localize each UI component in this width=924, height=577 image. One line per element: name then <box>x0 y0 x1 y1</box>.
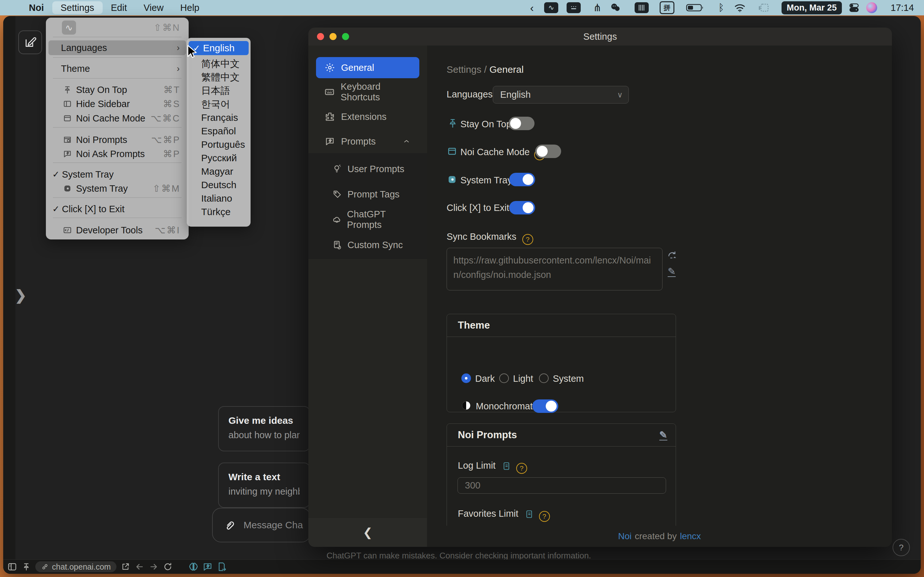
prompt-bubble-icon[interactable] <box>200 560 215 574</box>
submenu-item-hungarian[interactable]: Magyar <box>187 165 250 178</box>
browser-window-icon <box>62 114 73 123</box>
submenu-item-korean[interactable]: 한국어 <box>187 97 250 111</box>
suggestion-card[interactable]: Write a text inviting my neighbo <box>218 463 310 508</box>
menu-item-noi-prompts[interactable]: Noi Prompts ⌥⌘P <box>48 133 186 146</box>
sidebar-item-label: User Prompts <box>347 164 404 174</box>
click-x-toggle[interactable] <box>509 201 535 214</box>
theme-dark-radio[interactable] <box>461 374 471 383</box>
sync-bookmarks-input[interactable] <box>447 248 662 290</box>
stay-on-top-toggle[interactable] <box>509 117 535 130</box>
wifi-icon[interactable] <box>733 0 746 15</box>
submenu-item-turkish[interactable]: Türkçe <box>187 205 250 219</box>
submenu-item-italian[interactable]: Italiano <box>187 192 250 205</box>
log-limit-input[interactable] <box>457 477 666 494</box>
question-icon[interactable]: ? <box>522 234 533 245</box>
sidebar-item-extensions[interactable]: Extensions <box>316 106 419 127</box>
submenu-item-zh-hans[interactable]: 简体中文 <box>187 57 250 71</box>
suggestion-subtitle: about how to plan m <box>228 430 300 440</box>
resync-icon[interactable] <box>667 250 678 261</box>
check-icon: ✓ <box>52 204 62 214</box>
submenu-item-japanese[interactable]: 日本語 <box>187 84 250 97</box>
pin-icon[interactable] <box>19 560 33 574</box>
sidebar-item-keyboard-shortcuts[interactable]: Keyboard Shortcuts <box>316 81 419 103</box>
sidebar-item-general[interactable]: General <box>316 57 419 78</box>
menu-item-languages[interactable]: Languages › <box>48 40 186 55</box>
sidebar-item-user-prompts[interactable]: User Prompts <box>316 158 419 179</box>
noi-link[interactable]: Noi <box>618 531 632 542</box>
theme-light-radio[interactable] <box>499 374 509 383</box>
pinyin-input-icon[interactable]: 拼 <box>660 1 674 14</box>
menu-item-system-tray-enabled[interactable]: ✓ System Tray <box>48 169 186 180</box>
sidebar-item-prompts[interactable]: Prompts <box>316 131 419 152</box>
keyboard-status-icon[interactable] <box>567 2 581 13</box>
menu-item-stay-on-top[interactable]: Stay On Top ⌘T <box>48 83 186 96</box>
prompts-subpanel: User Prompts Prompt Tags ChatGPT Prompts <box>309 153 427 259</box>
display-mirroring-icon <box>757 0 770 15</box>
paperclip-icon[interactable] <box>224 519 235 531</box>
open-external-icon[interactable] <box>118 560 132 574</box>
favorites-limit-label: Favorites Limit ? <box>458 508 550 522</box>
barcode-status-icon[interactable] <box>635 2 649 13</box>
message-input[interactable]: Message Cha <box>212 508 310 542</box>
system-tray-toggle[interactable] <box>509 173 535 186</box>
url-pill[interactable]: chat.openai.com <box>35 561 116 572</box>
menu-view[interactable]: View <box>136 1 172 14</box>
new-chat-button[interactable] <box>18 31 42 54</box>
noi-status-icon[interactable]: ∿ <box>544 2 558 13</box>
battery-icon[interactable] <box>685 0 706 15</box>
theme-system-radio[interactable] <box>539 374 549 383</box>
menubar-date[interactable]: Mon, Mar 25 <box>782 1 842 15</box>
submenu-item-french[interactable]: Français <box>187 111 250 124</box>
menu-item-cache-mode[interactable]: Noi Cache Mode ⌥⌘C <box>48 112 186 125</box>
siri-icon[interactable] <box>866 2 877 13</box>
submenu-item-spanish[interactable]: Español <box>187 124 250 138</box>
sidebar-item-custom-sync[interactable]: Custom Sync <box>316 234 419 255</box>
edit-pencil-icon[interactable]: ✎ <box>659 430 667 440</box>
submenu-item-zh-hant[interactable]: 繁體中文 <box>187 71 250 84</box>
menubar-time[interactable]: 17:14 <box>885 3 914 13</box>
menu-item-click-x-to-exit[interactable]: ✓ Click [X] to Exit <box>48 203 186 215</box>
menu-settings[interactable]: Settings <box>52 1 103 14</box>
submenu-item-german[interactable]: Deutsch <box>187 178 250 192</box>
bluetooth-icon[interactable]: ᛒ <box>715 0 728 15</box>
sidebar-item-label: Keyboard Shortcuts <box>341 81 419 103</box>
branch-status-icon[interactable]: ⋔ <box>591 0 604 15</box>
sidebar-toggle-icon[interactable] <box>5 560 19 574</box>
titlebar[interactable]: Settings <box>309 27 892 45</box>
monochromatic-toggle[interactable] <box>532 400 558 413</box>
help-button[interactable]: ? <box>893 539 910 556</box>
back-icon[interactable] <box>132 560 147 574</box>
wechat-status-icon[interactable] <box>609 0 622 15</box>
sidebar-item-prompt-tags[interactable]: Prompt Tags <box>316 184 419 205</box>
menu-item-hide-sidebar[interactable]: Hide Sidebar ⌘S <box>48 97 186 110</box>
question-icon[interactable]: ? <box>539 511 550 522</box>
refresh-icon[interactable] <box>161 560 175 574</box>
chevron-left-icon[interactable]: ‹ <box>525 0 538 15</box>
sidebar-item-chatgpt-prompts[interactable]: ChatGPT Prompts <box>316 209 419 230</box>
languages-select[interactable]: English ∨ <box>493 86 629 103</box>
menu-edit[interactable]: Edit <box>103 1 136 14</box>
sidebar-item-label: Extensions <box>341 111 387 122</box>
suggestion-card[interactable]: Give me ideas about how to plan m <box>218 406 310 451</box>
back-chevron-icon[interactable]: ❮ <box>363 526 373 539</box>
cache-mode-toggle[interactable] <box>535 145 561 158</box>
lencx-link[interactable]: lencx <box>680 531 701 542</box>
ai-brain-icon[interactable] <box>186 560 200 574</box>
question-icon[interactable]: ? <box>516 463 527 474</box>
chevron-down-icon: ∨ <box>617 90 623 99</box>
control-center-icon[interactable] <box>848 0 861 15</box>
menu-item-theme[interactable]: Theme › <box>48 61 186 76</box>
edit-pencil-icon[interactable]: ✎ <box>668 267 676 277</box>
settings-sidebar: General Keyboard Shortcuts Extensions <box>309 45 427 547</box>
menu-item-noi-ask-prompts[interactable]: Noi Ask Prompts ⌘P <box>48 147 186 160</box>
app-menu-noi[interactable]: Noi <box>21 1 52 14</box>
breadcrumb-root[interactable]: Settings <box>447 64 481 75</box>
export-doc-icon[interactable] <box>215 560 229 574</box>
forward-icon[interactable] <box>147 560 161 574</box>
expand-sidebar-chevron[interactable]: ❯ <box>15 287 27 303</box>
submenu-item-russian[interactable]: Русский <box>187 151 250 165</box>
menu-help[interactable]: Help <box>172 1 208 14</box>
menu-item-system-tray-window[interactable]: System Tray ⇧⌘M <box>48 182 186 195</box>
submenu-item-portuguese[interactable]: Português <box>187 138 250 151</box>
menu-item-developer-tools[interactable]: Developer Tools ⌥⌘I <box>48 224 186 237</box>
